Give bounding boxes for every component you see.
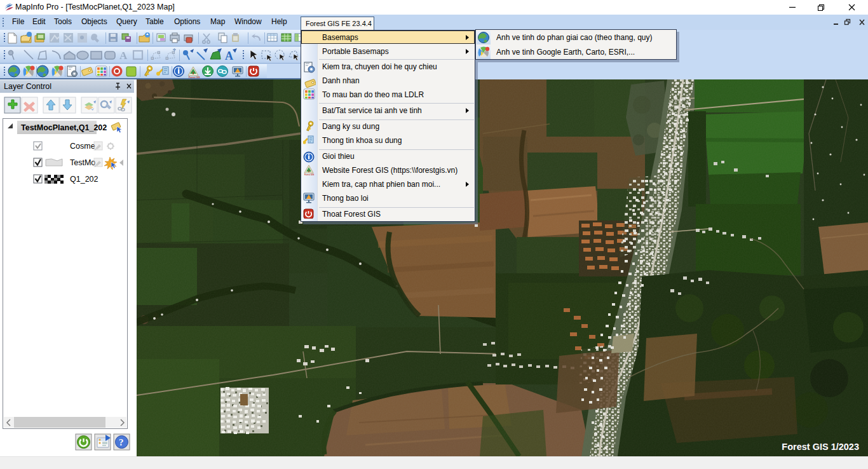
svg-text:Forest GIS: Forest GIS: [189, 76, 200, 79]
svg-text:Cosme: Cosme: [70, 142, 95, 151]
svg-text:Q1_202: Q1_202: [70, 175, 98, 184]
svg-text:Forest GIS: Forest GIS: [304, 173, 314, 176]
svg-text:A: A: [225, 50, 233, 62]
svg-text:TestMo: TestMo: [70, 158, 95, 167]
svg-text:A: A: [119, 50, 128, 62]
svg-text:TestMocPlanet,Q1_202: TestMocPlanet,Q1_202: [21, 123, 107, 132]
svg-text:?: ?: [119, 437, 124, 447]
